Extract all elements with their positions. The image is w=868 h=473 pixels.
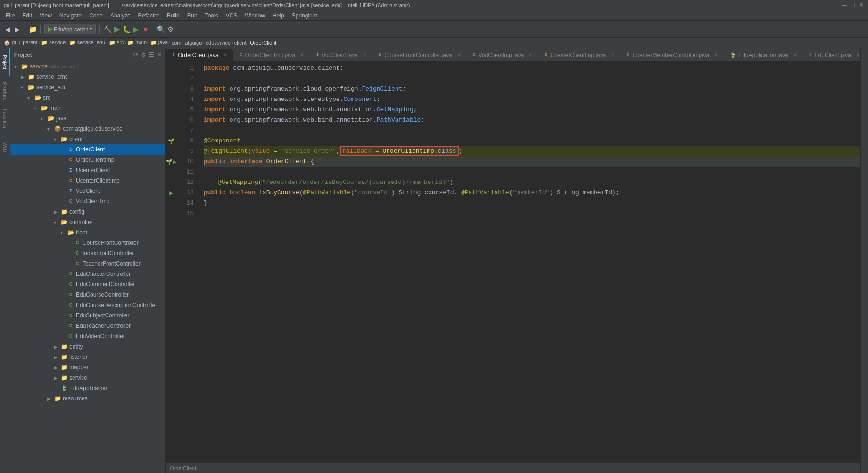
tree-item-java[interactable]: ▾ 📂 java: [10, 113, 165, 124]
menu-item-run[interactable]: Run: [183, 11, 201, 20]
tree-item-edu-chapter[interactable]: C EduChapterController: [10, 269, 165, 279]
menu-item-tools[interactable]: Tools: [201, 11, 222, 20]
tree-item-mapper[interactable]: ▶ 📁 mapper: [10, 362, 165, 373]
recent-files-icon[interactable]: 📁: [29, 25, 36, 33]
menu-item-edit[interactable]: Edit: [18, 11, 36, 20]
tree-item-src[interactable]: ▾ 📂 src: [10, 92, 165, 103]
tab-close-edu-client[interactable]: ✕: [856, 52, 860, 58]
tab-ucenter-member-controller[interactable]: C UcenterMemberController.java ✕: [620, 49, 724, 61]
tab-order-client-imp[interactable]: C OrderClientImp.java ✕: [233, 49, 310, 61]
window-controls[interactable]: ─ □ ✕: [842, 1, 864, 9]
menu-item-code[interactable]: Code: [85, 11, 107, 20]
tree-item-entity[interactable]: ▶ 📁 entity: [10, 341, 165, 352]
tree-item-service-inner[interactable]: ▶ 📁 service: [10, 373, 165, 383]
tree-item-order-client[interactable]: I OrderClient: [10, 144, 165, 155]
panel-icon-settings[interactable]: ☰: [149, 51, 154, 58]
search-everywhere-icon[interactable]: 🔍: [157, 25, 165, 33]
menu-item-view[interactable]: View: [36, 11, 56, 20]
bread-com[interactable]: com: [172, 40, 182, 46]
tree-item-resources[interactable]: ▶ 📁 resources: [10, 393, 165, 404]
run-config-selector[interactable]: ▶ EduApplication ▾: [44, 24, 96, 34]
tree-item-service-cms[interactable]: ▶ 📁 service_cms: [10, 72, 165, 82]
tree-item-edu-video[interactable]: C EduVideoController: [10, 331, 165, 341]
tree-item-edu-comment[interactable]: C EduCommentController: [10, 279, 165, 290]
panel-icon-gear[interactable]: ⚙: [141, 51, 146, 58]
tree-item-edu-teacher[interactable]: C EduTeacherController: [10, 321, 165, 331]
tab-edu-application[interactable]: 🍃 EduApplication.java ✕: [724, 49, 802, 61]
left-tab-web[interactable]: Web: [0, 133, 10, 161]
bread-src[interactable]: 📁 src: [109, 40, 124, 46]
tree-item-main[interactable]: ▾ 📂 main: [10, 103, 165, 113]
debug-button[interactable]: 🐛: [123, 25, 130, 33]
bread-orderclient[interactable]: OrderClient: [250, 40, 276, 46]
tab-vod-client[interactable]: I VodClient.java ✕: [310, 49, 372, 61]
bread-atguigu[interactable]: atguigu: [185, 40, 202, 46]
menu-item-springirun[interactable]: Springirun: [288, 11, 322, 20]
menu-item-window[interactable]: Window: [241, 11, 269, 20]
left-tab-project[interactable]: Project: [0, 48, 10, 76]
bread-service[interactable]: 📁 service: [41, 40, 66, 46]
tree-item-edu-course-desc[interactable]: C EduCourseDescriptionControlle: [10, 300, 165, 310]
tab-close-vod-client-imp[interactable]: ✕: [529, 52, 532, 58]
tree-item-edu-subject[interactable]: C EduSubjectController: [10, 310, 165, 321]
stop-button[interactable]: ■: [141, 25, 149, 33]
left-tab-favorites[interactable]: Favorites: [0, 105, 10, 133]
panel-icon-sync[interactable]: ⟳: [133, 51, 138, 58]
run-button[interactable]: ▶: [113, 25, 121, 33]
menu-item-help[interactable]: Help: [269, 11, 288, 20]
run-coverage-icon[interactable]: ▶: [132, 25, 140, 33]
bread-client[interactable]: client: [234, 40, 247, 46]
bread-service-edu[interactable]: 📁 service_edu: [69, 40, 105, 46]
menu-item-build[interactable]: Build: [163, 11, 183, 20]
close-icon[interactable]: ✕: [859, 1, 864, 9]
tab-close-ucenter-member[interactable]: ✕: [714, 52, 718, 58]
left-tab-structure[interactable]: Structure: [0, 76, 10, 105]
tree-item-index-front[interactable]: C IndexFrontController: [10, 248, 165, 258]
menu-item-refactor[interactable]: Refactor: [134, 11, 163, 20]
tree-item-edu-application[interactable]: 🍃 EduApplication: [10, 383, 165, 393]
bread-java[interactable]: 📁 java: [150, 40, 168, 46]
bread-main[interactable]: 📁 main: [127, 40, 147, 46]
bread-guli-parent[interactable]: 🏠 guli_parent: [4, 40, 38, 46]
tree-item-ucenter-client-imp[interactable]: C UcenterClientImp: [10, 175, 165, 186]
menu-item-file[interactable]: File: [2, 11, 18, 20]
tree-item-package[interactable]: ▾ 📦 com.atguigu.eduservice: [10, 124, 165, 134]
tree-item-controller[interactable]: ▾ 📂 controller: [10, 217, 165, 227]
minimize-icon[interactable]: ─: [842, 1, 847, 9]
tab-close-edu-application[interactable]: ✕: [793, 52, 797, 58]
tree-item-teacher-front[interactable]: C TeacherFrontController: [10, 258, 165, 269]
tree-item-client[interactable]: ▾ 📂 client: [10, 134, 165, 144]
tree-item-edu-course[interactable]: C EduCourseController: [10, 290, 165, 300]
menu-item-navigate[interactable]: Navigate: [56, 11, 85, 20]
settings-icon[interactable]: ⚙: [166, 25, 174, 33]
tree-item-listener[interactable]: ▶ 📁 listener: [10, 352, 165, 362]
code-content[interactable]: package com.atguigu.eduservice.client; i…: [198, 61, 860, 463]
tab-ucenter-client-imp[interactable]: C UcenterClientImp.java ✕: [538, 49, 620, 61]
tab-close-order-client-imp[interactable]: ✕: [300, 52, 304, 58]
tree-item-front[interactable]: ▾ 📂 front: [10, 227, 165, 238]
tab-vod-client-imp[interactable]: C VodClientImp.java ✕: [467, 49, 539, 61]
build-icon[interactable]: 🔨: [104, 25, 111, 33]
tree-item-course-front[interactable]: C CourseFrontController: [10, 238, 165, 248]
forward-icon[interactable]: ▶: [13, 25, 21, 33]
tree-item-vod-client[interactable]: I VodClient: [10, 186, 165, 196]
tree-item-vod-client-imp[interactable]: C VodClientImp: [10, 196, 165, 207]
tab-close-ucenter-client-imp[interactable]: ✕: [611, 52, 614, 58]
tab-edu-client[interactable]: I EduClient.java ✕: [803, 49, 860, 61]
tree-item-config[interactable]: ▶ 📁 config: [10, 207, 165, 217]
tree-item-service-edu[interactable]: ▾ 📂 service_edu: [10, 82, 165, 92]
back-icon[interactable]: ◀: [4, 25, 11, 33]
tab-order-client[interactable]: I OrderClient.java ✕: [166, 49, 233, 61]
menu-item-vcs[interactable]: VCS: [222, 11, 241, 20]
tab-close-order-client[interactable]: ✕: [223, 52, 227, 58]
tree-item-ucenter-client[interactable]: I UcenterClient: [10, 165, 165, 175]
menu-item-analyze[interactable]: Analyze: [107, 11, 134, 20]
tab-close-course-front[interactable]: ✕: [457, 52, 461, 58]
maximize-icon[interactable]: □: [851, 1, 855, 9]
panel-icon-close[interactable]: ✕: [157, 51, 162, 58]
tree-item-service[interactable]: ▾ 📂 service sources root: [10, 61, 165, 72]
tab-close-vod-client[interactable]: ✕: [363, 52, 366, 58]
tree-item-order-client-imp[interactable]: C OrderClientImp: [10, 155, 165, 165]
bread-eduservice[interactable]: eduservice: [206, 40, 231, 46]
tab-course-front-controller[interactable]: C CourseFrontController.java ✕: [372, 49, 466, 61]
